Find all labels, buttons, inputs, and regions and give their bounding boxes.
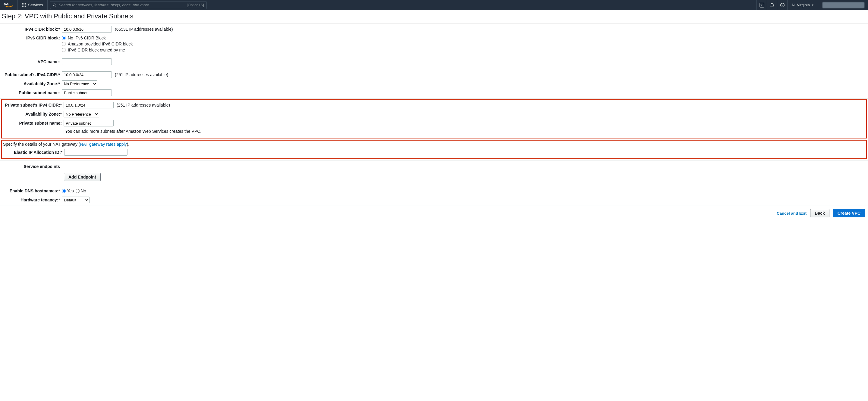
service-endpoints-label: Service endpoints — [0, 164, 62, 169]
private-subnet-cidr-label: Private subnet's IPv4 CIDR:* — [2, 103, 64, 107]
public-subnet-name-label: Public subnet name: — [0, 90, 62, 95]
cloudshell-icon[interactable] — [756, 0, 767, 10]
dns-no-label: No — [81, 189, 86, 193]
dns-no-radio[interactable] — [76, 189, 80, 193]
aws-header: aws Services [Option+S] N. Virginia — [0, 0, 868, 10]
nat-gateway-text: Specify the details of your NAT gateway … — [2, 142, 866, 148]
header-search[interactable]: [Option+S] — [50, 1, 207, 9]
ipv6-owned-label: IPv6 CIDR block owned by me — [68, 47, 125, 53]
aws-logo[interactable]: aws — [0, 0, 18, 10]
private-subnet-highlight: Private subnet's IPv4 CIDR:* (251 IP add… — [1, 99, 867, 138]
svg-point-1 — [53, 4, 55, 6]
svg-point-5 — [780, 3, 784, 7]
chevron-down-icon — [811, 4, 814, 6]
vpc-name-label: VPC name: — [0, 59, 62, 64]
ipv6-owned-radio[interactable] — [62, 48, 66, 52]
search-input[interactable] — [59, 3, 184, 7]
eip-input[interactable] — [64, 149, 127, 156]
notifications-icon[interactable] — [767, 0, 777, 10]
vpc-name-input[interactable] — [62, 58, 112, 65]
ipv4-cidr-input[interactable] — [62, 26, 112, 33]
private-subnet-name-input[interactable] — [64, 120, 114, 127]
private-subnet-cidr-help: (251 IP addresses available) — [117, 103, 170, 107]
help-icon[interactable] — [777, 0, 787, 10]
dns-yes-label: Yes — [67, 189, 74, 193]
dns-yes-radio[interactable] — [62, 189, 66, 193]
svg-point-6 — [782, 6, 783, 6]
services-button[interactable]: Services — [18, 0, 48, 10]
add-endpoint-button[interactable]: Add Endpoint — [64, 173, 101, 181]
ipv4-cidr-help: (65531 IP addresses available) — [115, 27, 173, 32]
public-az-label: Availability Zone:* — [0, 81, 62, 86]
nat-gateway-highlight: Specify the details of your NAT gateway … — [1, 140, 867, 159]
search-icon — [53, 3, 56, 7]
region-label: N. Virginia — [792, 3, 810, 7]
account-menu[interactable] — [822, 2, 864, 8]
ipv6-amazon-label: Amazon provided IPv6 CIDR block — [68, 41, 133, 46]
private-subnet-cidr-input[interactable] — [64, 102, 114, 108]
region-selector[interactable]: N. Virginia — [787, 0, 818, 10]
cancel-button[interactable]: Cancel and Exit — [777, 211, 807, 215]
ipv6-cidr-label: IPv6 CIDR block: — [0, 35, 62, 40]
public-subnet-cidr-help: (251 IP addresses available) — [115, 72, 168, 77]
services-label: Services — [28, 3, 43, 7]
dns-hostnames-label: Enable DNS hostnames:* — [0, 189, 62, 193]
eip-label: Elastic IP Allocation ID:* — [2, 150, 64, 155]
search-shortcut-hint: [Option+S] — [187, 3, 204, 7]
svg-rect-3 — [760, 3, 764, 7]
svg-line-2 — [55, 5, 56, 6]
nat-rates-link[interactable]: NAT gateway rates apply — [80, 142, 127, 146]
page-title: Step 2: VPC with Public and Private Subn… — [0, 10, 868, 24]
private-az-select[interactable]: No Preference — [64, 111, 99, 118]
ipv6-none-radio[interactable] — [62, 36, 66, 40]
private-az-label: Availability Zone:* — [2, 112, 64, 116]
more-subnets-hint: You can add more subnets after Amazon We… — [2, 128, 866, 137]
create-vpc-button[interactable]: Create VPC — [833, 209, 865, 218]
ipv6-none-label: No IPv6 CIDR Block — [68, 36, 106, 40]
public-subnet-cidr-label: Public subnet's IPv4 CIDR:* — [0, 72, 62, 77]
wizard-footer: Cancel and Exit Back Create VPC — [0, 206, 868, 221]
tenancy-label: Hardware tenancy:* — [0, 198, 62, 202]
svg-text:aws: aws — [4, 2, 8, 5]
public-subnet-cidr-input[interactable] — [62, 71, 112, 78]
ipv4-cidr-label: IPv4 CIDR block:* — [0, 27, 62, 32]
ipv6-amazon-radio[interactable] — [62, 42, 66, 46]
services-grid-icon — [22, 3, 26, 7]
back-button[interactable]: Back — [810, 209, 829, 218]
public-az-select[interactable]: No Preference — [62, 80, 97, 87]
private-subnet-name-label: Private subnet name: — [2, 121, 64, 126]
public-subnet-name-input[interactable] — [62, 90, 112, 96]
aws-logo-icon: aws — [4, 2, 14, 8]
tenancy-select[interactable]: Default — [62, 197, 90, 203]
